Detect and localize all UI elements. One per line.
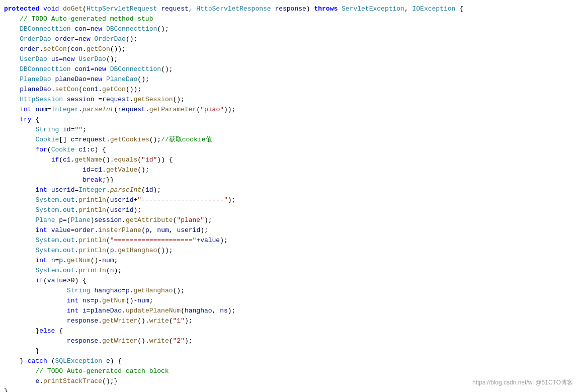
code-editor: protected void doGet(HttpServletRequest … xyxy=(0,0,578,392)
code-block: protected void doGet(HttpServletRequest … xyxy=(0,2,578,392)
watermark: https://blog.csdn.net/wl @51CTO博客 xyxy=(472,378,573,387)
